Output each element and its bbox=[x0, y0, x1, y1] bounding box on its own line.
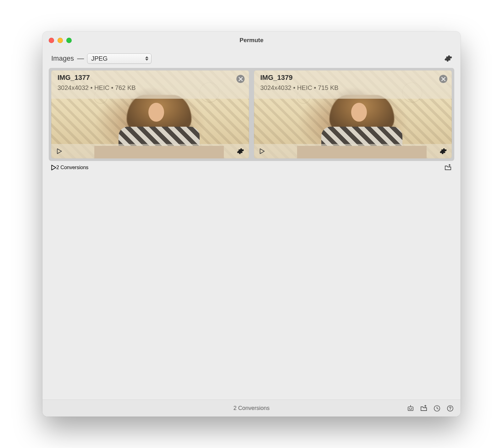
group-footer: 2 Conversions bbox=[51, 163, 452, 172]
stepper-icon bbox=[145, 56, 149, 61]
gear-icon bbox=[237, 147, 244, 155]
play-icon bbox=[260, 148, 265, 154]
card-header: IMG_1377 3024x4032 • HEIC • 762 KB bbox=[51, 70, 249, 99]
group-count-label: 2 Conversions bbox=[56, 165, 88, 170]
remove-card-button[interactable] bbox=[236, 75, 245, 83]
window-zoom-button[interactable] bbox=[66, 38, 72, 43]
card-settings-button[interactable] bbox=[439, 147, 447, 155]
window-close-button[interactable] bbox=[49, 38, 54, 43]
svg-point-6 bbox=[450, 409, 450, 410]
gear-icon bbox=[439, 147, 447, 155]
traffic-lights bbox=[49, 38, 72, 43]
help-button[interactable] bbox=[446, 404, 454, 412]
group-output-folder-button[interactable] bbox=[444, 164, 452, 171]
format-select-value: JPEG bbox=[91, 55, 108, 62]
help-icon bbox=[446, 405, 454, 412]
svg-point-1 bbox=[409, 408, 410, 409]
card-footer bbox=[254, 144, 452, 158]
remove-card-button[interactable] bbox=[439, 75, 447, 83]
play-icon bbox=[51, 165, 56, 170]
group-play-button[interactable] bbox=[51, 165, 56, 170]
conversion-card[interactable]: IMG_1377 3024x4032 • HEIC • 762 KB bbox=[51, 70, 249, 158]
output-folder-button[interactable] bbox=[420, 404, 428, 412]
app-window: Permute Images — JPEG bbox=[42, 31, 461, 417]
card-settings-button[interactable] bbox=[236, 147, 245, 155]
svg-point-2 bbox=[411, 408, 412, 409]
titlebar: Permute bbox=[42, 31, 461, 49]
card-row: IMG_1377 3024x4032 • HEIC • 762 KB bbox=[51, 70, 452, 158]
settings-button[interactable] bbox=[444, 54, 453, 63]
category-label: Images bbox=[51, 54, 74, 63]
history-button[interactable] bbox=[433, 404, 441, 412]
card-header: IMG_1379 3024x4032 • HEIC • 715 KB bbox=[254, 70, 452, 99]
devices-button[interactable] bbox=[406, 404, 415, 412]
card-title: IMG_1379 bbox=[260, 74, 445, 82]
format-toolbar: Images — JPEG bbox=[42, 49, 461, 68]
status-count-label: 2 Conversions bbox=[42, 405, 461, 412]
folder-icon bbox=[420, 405, 428, 412]
clock-icon bbox=[433, 405, 441, 412]
window-minimize-button[interactable] bbox=[58, 38, 63, 43]
close-icon bbox=[239, 77, 243, 81]
card-meta: 3024x4032 • HEIC • 715 KB bbox=[260, 84, 445, 91]
format-select[interactable]: JPEG bbox=[87, 53, 152, 64]
card-play-button[interactable] bbox=[258, 147, 266, 155]
svg-point-3 bbox=[410, 405, 411, 406]
gear-icon bbox=[444, 54, 452, 63]
separator-dash: — bbox=[77, 54, 84, 63]
conversion-card[interactable]: IMG_1379 3024x4032 • HEIC • 715 KB bbox=[254, 70, 452, 158]
statusbar: 2 Conversions bbox=[42, 400, 461, 417]
conversion-group: IMG_1377 3024x4032 • HEIC • 762 KB bbox=[49, 68, 454, 161]
robot-icon bbox=[407, 405, 414, 412]
empty-area bbox=[42, 172, 461, 400]
card-title: IMG_1377 bbox=[58, 74, 243, 82]
close-icon bbox=[441, 77, 445, 81]
card-meta: 3024x4032 • HEIC • 762 KB bbox=[58, 84, 243, 91]
card-play-button[interactable] bbox=[56, 147, 63, 155]
svg-rect-0 bbox=[408, 407, 413, 411]
folder-icon bbox=[444, 164, 452, 171]
play-icon bbox=[57, 148, 62, 154]
card-footer bbox=[51, 144, 249, 158]
window-title: Permute bbox=[240, 37, 263, 44]
